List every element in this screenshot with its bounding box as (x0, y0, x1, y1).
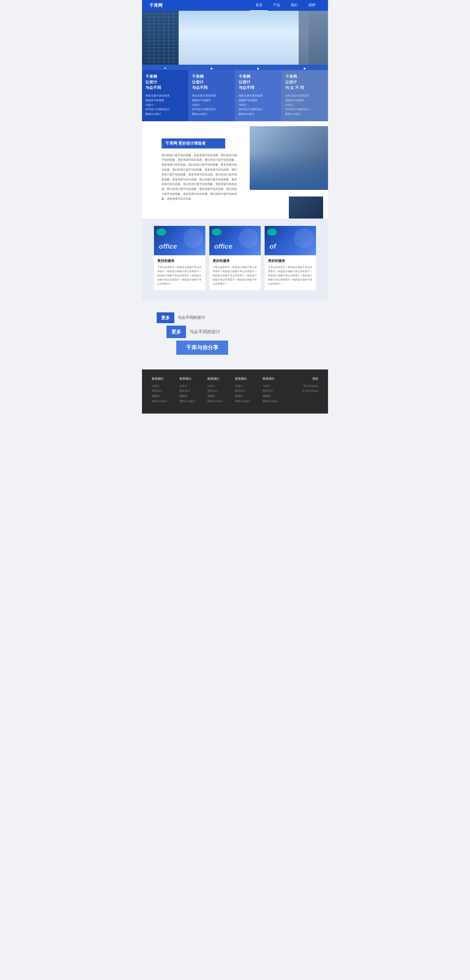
promo-row-2: 更多 与众不同的设计 (157, 326, 313, 338)
features-section: 千库网 让设计 与众不同 免扣元素与原创背景 视频库与音频库 UI设计： APP… (142, 65, 328, 121)
feature-desc-3: 免扣元素与原创背景 视频库与音频库 UI设计： APP设计与网页设计 图标ico… (285, 93, 325, 116)
footer-col-2: 联系我们 UI设计 网页设计 视频库 图标icon设计 (207, 377, 235, 404)
service-desc-0: 千库让你享受不一样的设计体验千库让你享受不一样的设计体验千库让你享受不一样的设计… (157, 265, 202, 286)
footer: 联系我们 UI设计 网页设计 视频库 图标icon设计 联系我们 UI设计 网页… (142, 369, 328, 414)
nav-products[interactable]: 产品 (268, 0, 286, 11)
feature-desc-2: 免扣元素与原创背景 视频库与音频库 UI设计： APP设计与网页设计 图标ico… (239, 93, 278, 116)
feature-desc-1: 免扣元素与原创背景 视频库与音频库 UI设计： APP设计与网页设计 图标ico… (192, 93, 231, 116)
footer-link-4-1[interactable]: 网页设计 (263, 388, 290, 393)
green-blob-1 (212, 228, 222, 236)
services-cards: office 更好的服务 千库让你享受不一样的设计体验千库让你享受不一样的设计体… (152, 226, 318, 290)
service-card-img-0: office (154, 226, 205, 255)
footer-link-3-1[interactable]: 网页设计 (235, 388, 263, 393)
footer-link-1-3[interactable]: 图标icon设计 (179, 399, 207, 404)
feature-card-1: 千库网 让设计 与众不同 免扣元素与原创背景 视频库与音频库 UI设计： APP… (189, 70, 235, 121)
hero-sky (179, 11, 308, 65)
feature-desc-0: 免扣元素与原创背景 视频库与音频库 UI设计： APP设计与网页设计 图标ico… (145, 93, 185, 116)
footer-link-0-1[interactable]: 网页设计 (152, 388, 179, 393)
service-card-img-1: office (209, 226, 261, 255)
footer-col-3: 联系我们 UI设计 网页设计 视频库 图标icon设计 (235, 377, 263, 404)
nav-links: 首页 产品 我们 招聘 (250, 0, 321, 11)
footer-col-0: 联系我们 UI设计 网页设计 视频库 图标icon设计 (152, 377, 179, 404)
feature-title-1: 千库网 让设计 与众不同 (192, 74, 231, 91)
feature-card-2: 千库网 让设计 与众不同 免扣元素与原创背景 视频库与音频库 UI设计： APP… (235, 70, 282, 121)
service-card-body-1: 更好的服务 千库让你享受不一样的设计体验千库让你享受不一样的设计体验千库让你享受… (209, 255, 261, 290)
footer-col-title-4: 联系我们 (263, 377, 290, 381)
promo-text-2: 与众不同的设计 (189, 329, 220, 335)
footer-link-1-0[interactable]: UI设计 (179, 383, 207, 388)
service-card-1: office 更好的服务 千库让你享受不一样的设计体验千库让你享受不一样的设计体… (209, 226, 261, 290)
nav-about[interactable]: 我们 (286, 0, 303, 11)
arrow-1 (189, 67, 235, 70)
promo-label-3: 千库与你分享 (176, 340, 228, 355)
footer-col-4: 联系我们 UI设计 网页设计 视频库 图标icon设计 (263, 377, 290, 404)
arrow-2 (235, 67, 281, 70)
footer-col-1: 联系我们 UI设计 网页设计 视频库 图标icon设计 (179, 377, 207, 404)
about-title: 千库网 更好设计缔造者 (162, 138, 225, 148)
footer-link-2-0[interactable]: UI设计 (207, 383, 235, 388)
service-card-body-0: 更好的服务 千库让你享受不一样的设计体验千库让你享受不一样的设计体验千库让你享受… (154, 255, 205, 290)
green-blob-2 (267, 228, 277, 236)
about-text-box: 千库网 更好设计缔造者 我们的设计超乎你的想象，更多资源与你共此路。我们的设计超… (142, 131, 244, 209)
promo-row-1: 更多 与众不同的设计 (157, 312, 313, 323)
service-title-1: 更好的服务 (213, 259, 257, 263)
promo-row-3: 千库与你分享 (157, 340, 313, 355)
promo-text-1: 与众不同的设计 (178, 315, 205, 320)
features-arrows (142, 65, 328, 70)
footer-link-4-2[interactable]: 视频库 (263, 393, 290, 399)
logo: 千库网 (149, 2, 162, 8)
service-card-2: of 更好的服务 千库让你享受不一样的设计体验千库让你享受不一样的设计体验千库让… (265, 226, 316, 290)
office-text-1: office (214, 243, 232, 250)
service-title-2: 更好的服务 (268, 259, 313, 263)
footer-link-4-3[interactable]: 图标icon设计 (263, 399, 290, 404)
footer-link-3-2[interactable]: 视频库 (235, 393, 263, 399)
illus-2 (294, 228, 314, 248)
service-card-body-2: 更好的服务 千库让你享受不一样的设计体验千库让你享受不一样的设计体验千库让你享受… (265, 255, 316, 290)
service-card-img-2: of (265, 226, 316, 255)
arrow-0 (142, 67, 189, 70)
footer-link-0-0[interactable]: UI设计 (152, 383, 179, 388)
service-desc-2: 千库让你享受不一样的设计体验千库让你享受不一样的设计体验千库让你享受不一样的设计… (268, 265, 313, 286)
promo-label-1: 更多 (157, 312, 174, 323)
illus-1 (239, 228, 258, 248)
feature-card-0: 千库网 让设计 与众不同 免扣元素与原创背景 视频库与音频库 UI设计： APP… (142, 70, 189, 121)
footer-link-4-0[interactable]: UI设计 (263, 383, 290, 388)
footer-link-2-1[interactable]: 网页设计 (207, 388, 235, 393)
footer-link-3-3[interactable]: 图标icon设计 (235, 399, 263, 404)
service-desc-1: 千库让你享受不一样的设计体验千库让你享受不一样的设计体验千库让你享受不一样的设计… (213, 265, 257, 286)
footer-lang-col: 语言 英文/English 中文/Chinese (291, 377, 318, 404)
service-card-0: office 更好的服务 千库让你享受不一样的设计体验千库让你享受不一样的设计体… (154, 226, 205, 290)
footer-col-title-1: 联系我们 (179, 377, 207, 381)
services-section: office 更好的服务 千库让你享受不一样的设计体验千库让你享受不一样的设计体… (142, 218, 328, 300)
footer-link-2-2[interactable]: 视频库 (207, 393, 235, 399)
footer-cols: 联系我们 UI设计 网页设计 视频库 图标icon设计 联系我们 UI设计 网页… (152, 377, 318, 404)
hero-section (142, 11, 328, 65)
footer-lang-en[interactable]: 英文/English (291, 383, 318, 388)
footer-link-0-3[interactable]: 图标icon设计 (152, 399, 179, 404)
nav-home[interactable]: 首页 (250, 0, 268, 11)
footer-lang-zh[interactable]: 中文/Chinese (291, 388, 318, 393)
footer-col-title-2: 联系我们 (207, 377, 235, 381)
illus-0 (183, 228, 203, 248)
feature-title-3: 千库网 让设计 与 众 不 同 (285, 74, 325, 91)
about-section: 千库网 更好设计缔造者 我们的设计超乎你的想象，更多资源与你共此路。我们的设计超… (142, 121, 328, 218)
hero-building-right (299, 11, 328, 65)
navbar: 千库网 首页 产品 我们 招聘 (142, 0, 328, 11)
footer-link-0-2[interactable]: 视频库 (152, 393, 179, 399)
about-image-overlap (289, 196, 323, 218)
feature-title-0: 千库网 让设计 与众不同 (145, 74, 185, 91)
footer-link-1-1[interactable]: 网页设计 (179, 388, 207, 393)
promo-section: 更多 与众不同的设计 更多 与众不同的设计 千库与你分享 (142, 300, 328, 369)
footer-link-2-3[interactable]: 图标icon设计 (207, 399, 235, 404)
footer-col-title-0: 联系我们 (152, 377, 179, 381)
footer-link-3-0[interactable]: UI设计 (235, 383, 263, 388)
feature-card-3: 千库网 让设计 与 众 不 同 免扣元素与原创背景 视频库与音频库 UI设计： … (282, 70, 328, 121)
footer-link-1-2[interactable]: 视频库 (179, 393, 207, 399)
office-text-0: office (159, 243, 177, 250)
footer-lang-title: 语言 (291, 377, 318, 381)
office-text-2: of (270, 243, 276, 250)
footer-col-title-3: 联系我们 (235, 377, 263, 381)
nav-hire[interactable]: 招聘 (303, 0, 321, 11)
feature-title-2: 千库网 让设计 与众不同 (239, 74, 278, 91)
features-cards: 千库网 让设计 与众不同 免扣元素与原创背景 视频库与音频库 UI设计： APP… (142, 70, 328, 121)
